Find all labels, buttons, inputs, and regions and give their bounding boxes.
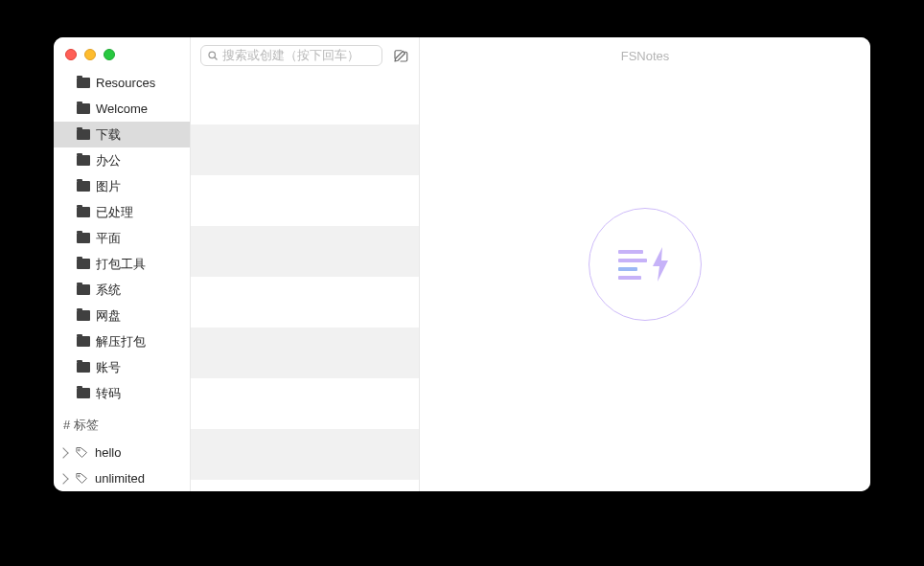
note-row[interactable] (191, 74, 419, 125)
folder-icon (77, 362, 90, 373)
sidebar: ResourcesWelcome下载办公图片已处理平面打包工具系统网盘解压打包账… (54, 37, 191, 491)
folder-item[interactable]: 系统 (54, 277, 190, 303)
folder-icon (77, 233, 90, 243)
search-input[interactable] (222, 49, 376, 62)
folder-icon (77, 388, 90, 398)
chevron-right-icon (58, 447, 68, 458)
folder-item[interactable]: 解压打包 (54, 328, 190, 354)
note-row[interactable] (191, 226, 419, 277)
folder-label: Resources (96, 76, 155, 90)
folder-label: 网盘 (96, 307, 121, 325)
folder-label: 系统 (96, 282, 121, 299)
tags-header: # 标签 (54, 407, 190, 440)
window-controls (54, 37, 190, 70)
note-list (191, 74, 419, 491)
note-row[interactable] (191, 429, 419, 480)
note-row[interactable] (191, 175, 419, 226)
folder-icon (77, 78, 90, 88)
folder-icon (77, 103, 90, 114)
folder-item[interactable]: 已处理 (54, 199, 190, 225)
tag-item[interactable]: unlimited (54, 465, 190, 491)
folder-icon (77, 259, 90, 269)
note-row[interactable] (191, 277, 419, 328)
folder-item[interactable]: Welcome (54, 96, 190, 122)
note-row[interactable] (191, 378, 419, 429)
folder-icon (77, 207, 90, 217)
folder-icon (77, 336, 90, 347)
folder-label: 转码 (96, 385, 121, 402)
folder-item[interactable]: 打包工具 (54, 251, 190, 277)
logo-circle (589, 208, 702, 321)
folder-icon (77, 284, 90, 295)
svg-line-3 (215, 57, 218, 60)
folder-item[interactable]: 图片 (54, 173, 190, 199)
tag-icon (75, 445, 89, 460)
folder-label: Welcome (96, 102, 148, 116)
folder-icon (77, 181, 90, 192)
compose-icon[interactable] (392, 47, 409, 64)
folder-item[interactable]: 办公 (54, 147, 190, 173)
close-window-button[interactable] (65, 49, 77, 60)
note-list-panel (191, 37, 420, 491)
svg-point-0 (79, 449, 81, 451)
folder-label: 下载 (96, 126, 121, 144)
tag-label: unlimited (95, 471, 145, 486)
folder-label: 办公 (96, 152, 121, 170)
folder-label: 平面 (96, 230, 121, 247)
svg-point-1 (79, 475, 81, 477)
folder-label: 已处理 (96, 204, 133, 221)
folder-item[interactable]: 平面 (54, 225, 190, 251)
tag-list: hellounlimited (54, 440, 190, 491)
app-window: ResourcesWelcome下载办公图片已处理平面打包工具系统网盘解压打包账… (54, 37, 870, 491)
folder-item[interactable]: 转码 (54, 380, 190, 406)
folder-icon (77, 155, 90, 166)
tag-icon (75, 471, 89, 486)
folder-item[interactable]: 网盘 (54, 303, 190, 328)
chevron-right-icon (58, 473, 68, 484)
folder-icon (77, 310, 90, 321)
folder-item[interactable]: 下载 (54, 122, 190, 147)
empty-state-logo (589, 208, 702, 321)
search-field[interactable] (200, 45, 382, 66)
folder-item[interactable]: Resources (54, 70, 190, 96)
folder-item[interactable]: 账号 (54, 354, 190, 380)
maximize-window-button[interactable] (104, 49, 115, 60)
svg-point-2 (209, 52, 216, 58)
app-title: FSNotes (420, 37, 870, 75)
search-icon (207, 50, 219, 61)
folder-label: 账号 (96, 359, 121, 376)
folder-label: 打包工具 (96, 256, 146, 273)
lightning-icon (649, 245, 672, 283)
tag-item[interactable]: hello (54, 440, 190, 465)
folder-list: ResourcesWelcome下载办公图片已处理平面打包工具系统网盘解压打包账… (54, 70, 190, 407)
note-row[interactable] (191, 328, 419, 378)
toolbar (191, 37, 419, 74)
logo-lines-icon (618, 250, 647, 280)
folder-label: 图片 (96, 178, 121, 195)
note-row[interactable] (191, 125, 419, 175)
folder-label: 解压打包 (96, 333, 146, 351)
minimize-window-button[interactable] (84, 49, 96, 60)
tag-label: hello (95, 445, 121, 460)
folder-icon (77, 129, 90, 140)
editor-panel: FSNotes (420, 37, 870, 491)
